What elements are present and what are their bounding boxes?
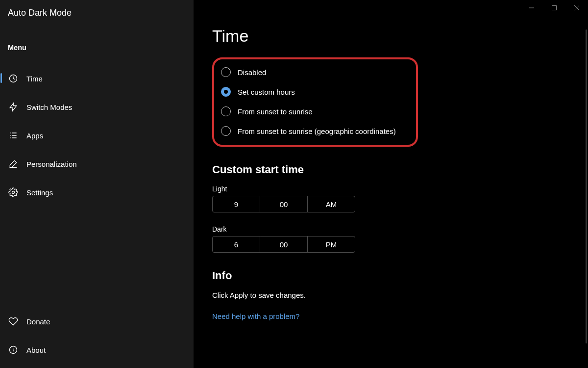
radio-label: Disabled — [238, 68, 266, 77]
page-title: Time — [212, 26, 573, 46]
window-controls — [520, 0, 588, 16]
maximize-icon — [552, 5, 557, 10]
radio-icon — [221, 87, 231, 97]
sidebar-nav-bottom: Donate About — [0, 307, 194, 368]
radio-sunset-sunrise[interactable]: From sunset to sunrise — [221, 106, 409, 116]
svg-point-13 — [12, 191, 15, 194]
light-minute[interactable]: 00 — [260, 196, 308, 212]
dark-ampm[interactable]: PM — [308, 237, 355, 252]
edit-icon — [8, 158, 19, 169]
help-link[interactable]: Need help with a problem? — [212, 312, 573, 320]
app-window: Auto Dark Mode Menu Time Switch Modes Ap… — [0, 0, 588, 368]
scrollbar[interactable] — [586, 29, 587, 343]
svg-marker-5 — [10, 103, 16, 111]
radio-icon — [221, 126, 231, 136]
mode-radio-group: Disabled Set custom hours From sunset to… — [212, 57, 418, 147]
sidebar: Auto Dark Mode Menu Time Switch Modes Ap… — [0, 0, 194, 368]
sidebar-item-label: Settings — [26, 188, 53, 197]
sidebar-item-time[interactable]: Time — [0, 64, 194, 93]
list-icon — [8, 130, 19, 141]
minimize-icon — [529, 5, 534, 10]
close-button[interactable] — [565, 0, 588, 16]
main-content: Time Disabled Set custom hours From suns… — [194, 0, 588, 368]
menu-header: Menu — [0, 18, 194, 53]
app-title: Auto Dark Mode — [0, 7, 194, 18]
radio-icon — [221, 67, 231, 77]
radio-label: From sunset to sunrise (geographic coord… — [238, 127, 396, 135]
sidebar-item-apps[interactable]: Apps — [0, 121, 194, 150]
maximize-button[interactable] — [543, 0, 565, 16]
light-hour[interactable]: 9 — [213, 196, 260, 212]
light-time-picker[interactable]: 9 00 AM — [212, 196, 355, 212]
dark-minute[interactable]: 00 — [260, 237, 308, 252]
sidebar-item-about[interactable]: About — [0, 336, 194, 364]
svg-rect-1 — [552, 6, 557, 10]
radio-custom-hours[interactable]: Set custom hours — [221, 87, 409, 97]
info-heading: Info — [212, 269, 573, 282]
radio-icon — [221, 106, 231, 116]
sidebar-item-switch-modes[interactable]: Switch Modes — [0, 93, 194, 121]
sidebar-item-personalization[interactable]: Personalization — [0, 150, 194, 178]
sidebar-item-label: Switch Modes — [26, 103, 72, 111]
info-text: Click Apply to save changes. — [212, 291, 573, 299]
sidebar-item-label: About — [26, 346, 46, 354]
sidebar-item-label: Donate — [26, 317, 50, 326]
sidebar-item-label: Apps — [26, 131, 43, 140]
custom-start-heading: Custom start time — [212, 163, 573, 176]
sidebar-item-donate[interactable]: Donate — [0, 307, 194, 336]
sidebar-item-label: Time — [26, 75, 43, 83]
sidebar-nav: Time Switch Modes Apps Personalization — [0, 64, 194, 207]
dark-label: Dark — [212, 225, 573, 233]
clock-icon — [8, 73, 19, 84]
radio-disabled[interactable]: Disabled — [221, 67, 409, 77]
sidebar-item-label: Personalization — [26, 160, 77, 168]
radio-sunset-sunrise-geo[interactable]: From sunset to sunrise (geographic coord… — [221, 126, 409, 136]
dark-time-picker[interactable]: 6 00 PM — [212, 236, 355, 253]
info-icon — [8, 344, 19, 355]
radio-label: From sunset to sunrise — [238, 107, 313, 116]
light-ampm[interactable]: AM — [308, 196, 355, 212]
heart-icon — [8, 316, 19, 327]
radio-label: Set custom hours — [238, 88, 295, 96]
sidebar-item-settings[interactable]: Settings — [0, 178, 194, 207]
minimize-button[interactable] — [520, 0, 543, 16]
lightning-icon — [8, 102, 19, 112]
light-label: Light — [212, 185, 573, 193]
close-icon — [574, 5, 579, 10]
gear-icon — [8, 187, 19, 198]
dark-hour[interactable]: 6 — [213, 237, 260, 252]
